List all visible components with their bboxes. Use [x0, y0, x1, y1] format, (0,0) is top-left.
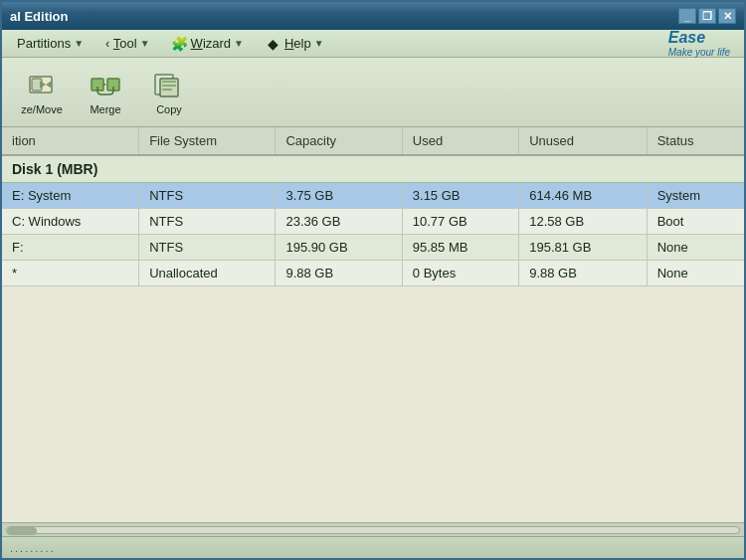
brand-area: EaseMake your life: [668, 29, 738, 58]
col-header-unused: Unused: [519, 127, 647, 155]
cell-status: System: [647, 183, 744, 209]
cell-status: Boot: [647, 209, 744, 235]
cell-status: None: [647, 261, 744, 286]
col-header-capacity: Capacity: [276, 127, 402, 155]
main-content: ition File System Capacity Used Unused S…: [2, 127, 744, 522]
scroll-area: [2, 522, 744, 536]
brand-sub: Make your life: [668, 47, 730, 58]
disk-header-row: Disk 1 (MBR): [2, 155, 744, 183]
svg-rect-6: [162, 81, 176, 83]
menu-tool[interactable]: ‹ Tool ▼: [96, 32, 158, 55]
menu-partitions-label: Partitions: [17, 36, 71, 51]
resize-move-icon: [26, 69, 58, 100]
toolbar: ze/Move Merge: [2, 58, 744, 127]
cell-filesystem: NTFS: [139, 235, 276, 261]
col-header-filesystem: File System: [139, 127, 276, 155]
resize-move-label: ze/Move: [21, 103, 63, 115]
cell-unused: 614.46 MB: [519, 183, 647, 209]
svg-rect-7: [162, 85, 176, 87]
table-row[interactable]: *Unallocated9.88 GB0 Bytes9.88 GBNone: [2, 261, 744, 286]
partition-table: ition File System Capacity Used Unused S…: [2, 127, 744, 286]
cell-status: None: [647, 235, 744, 261]
col-header-status: Status: [647, 127, 744, 155]
disk-label: Disk 1 (MBR): [2, 155, 744, 183]
cell-partition: F:: [2, 235, 139, 261]
merge-icon: [90, 69, 121, 100]
cell-unused: 9.88 GB: [519, 261, 647, 286]
col-header-used: Used: [402, 127, 518, 155]
menu-tool-label: ‹ Tool: [105, 36, 137, 51]
menu-tool-arrow: ▼: [140, 38, 150, 49]
close-button[interactable]: ✕: [718, 8, 736, 24]
table-row[interactable]: F:NTFS195.90 GB95.85 MB195.81 GBNone: [2, 235, 744, 261]
cell-capacity: 23.36 GB: [276, 209, 402, 235]
table-row[interactable]: C: WindowsNTFS23.36 GB10.77 GB12.58 GBBo…: [2, 209, 744, 235]
scrollbar-track[interactable]: [6, 526, 740, 534]
col-header-partition: ition: [2, 127, 139, 155]
cell-partition: *: [2, 261, 139, 286]
menu-help[interactable]: ◆ Help ▼: [257, 32, 333, 56]
cell-unused: 12.58 GB: [519, 209, 647, 235]
cell-capacity: 9.88 GB: [276, 261, 402, 286]
cell-filesystem: NTFS: [139, 183, 276, 209]
title-bar-text: al Edition: [10, 9, 678, 24]
svg-rect-8: [162, 89, 172, 91]
cell-unused: 195.81 GB: [519, 235, 647, 261]
cell-capacity: 195.90 GB: [276, 235, 402, 261]
title-bar-controls: _ ❐ ✕: [678, 8, 736, 24]
copy-label: Copy: [156, 103, 182, 115]
help-icon: ◆: [266, 36, 281, 52]
minimize-button[interactable]: _: [678, 8, 696, 24]
resize-move-button[interactable]: ze/Move: [12, 64, 72, 121]
cell-partition: E: System: [2, 183, 139, 209]
cell-used: 0 Bytes: [402, 261, 518, 286]
menu-help-arrow: ▼: [314, 38, 324, 49]
table-header-row: ition File System Capacity Used Unused S…: [2, 127, 744, 155]
scrollbar-thumb[interactable]: [7, 527, 37, 535]
menu-wizard-label: Wizard: [191, 36, 231, 51]
menu-wizard[interactable]: 🧩 Wizard ▼: [163, 32, 253, 56]
menu-partitions[interactable]: Partitions ▼: [8, 32, 93, 55]
status-dots: .........: [10, 542, 56, 554]
brand-text: Ease: [668, 29, 705, 46]
partition-table-body: Disk 1 (MBR)E: SystemNTFS3.75 GB3.15 GB6…: [2, 155, 744, 286]
cell-partition: C: Windows: [2, 209, 139, 235]
merge-button[interactable]: Merge: [76, 64, 135, 121]
menu-wizard-arrow: ▼: [234, 38, 244, 49]
cell-filesystem: Unallocated: [139, 261, 276, 286]
cell-used: 95.85 MB: [402, 235, 518, 261]
menu-help-label: Help: [284, 36, 311, 51]
merge-label: Merge: [90, 103, 120, 115]
title-bar: al Edition _ ❐ ✕: [2, 2, 744, 30]
menu-bar: Partitions ▼ ‹ Tool ▼ 🧩 Wizard ▼ ◆ Help …: [2, 30, 744, 58]
copy-icon: [153, 69, 185, 100]
cell-used: 3.15 GB: [402, 183, 518, 209]
cell-capacity: 3.75 GB: [276, 183, 402, 209]
app-window: al Edition _ ❐ ✕ Partitions ▼ ‹ Tool ▼ 🧩…: [0, 0, 746, 560]
table-row[interactable]: E: SystemNTFS3.75 GB3.15 GB614.46 MBSyst…: [2, 183, 744, 209]
menu-partitions-arrow: ▼: [74, 38, 84, 49]
cell-filesystem: NTFS: [139, 209, 276, 235]
cell-used: 10.77 GB: [402, 209, 518, 235]
restore-button[interactable]: ❐: [698, 8, 716, 24]
status-bar: .........: [2, 536, 744, 558]
wizard-icon: 🧩: [172, 36, 188, 52]
copy-button[interactable]: Copy: [139, 64, 199, 121]
